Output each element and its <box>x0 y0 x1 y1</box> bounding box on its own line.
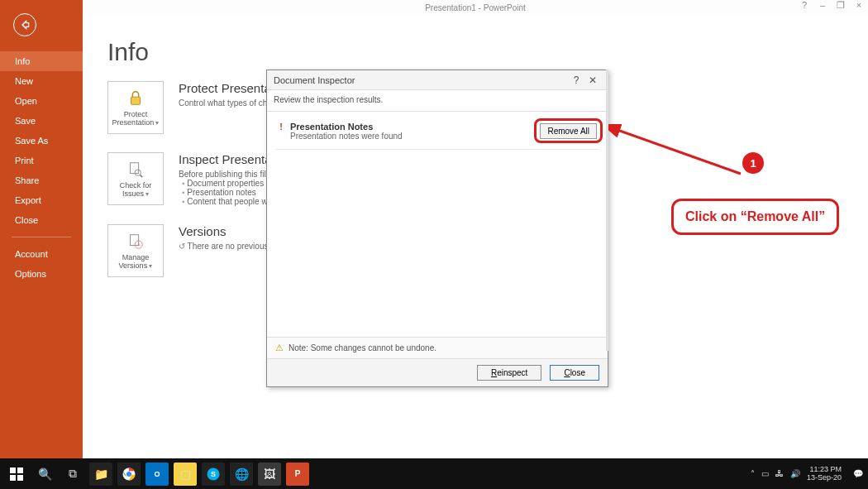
edge-icon[interactable]: 🌐 <box>230 463 253 486</box>
powerpoint-icon[interactable]: P <box>286 463 309 486</box>
search-icon[interactable]: 🔍 <box>33 463 56 486</box>
sidebar-item-label: Info <box>15 56 30 66</box>
sidebar-item-new[interactable]: New <box>0 71 83 91</box>
volume-icon[interactable]: 🔊 <box>790 469 800 478</box>
card-label: Manage Versions <box>112 253 160 270</box>
sidebar-item-save-as[interactable]: Save As <box>0 131 83 151</box>
sidebar-item-print[interactable]: Print <box>0 151 83 170</box>
skype-icon[interactable]: S <box>202 463 225 486</box>
notifications-icon[interactable]: 💬 <box>853 469 863 478</box>
check-for-issues-button[interactable]: Check for Issues <box>107 152 164 205</box>
remove-all-button[interactable]: Remove All <box>540 123 597 139</box>
sidebar-item-label: Export <box>15 195 41 205</box>
backstage-sidebar: Info New Open Save Save As Print Share E… <box>0 0 83 458</box>
sidebar-item-save[interactable]: Save <box>0 111 83 131</box>
dialog-title: Document Inspector <box>274 75 355 85</box>
close-window-button[interactable]: × <box>853 0 865 11</box>
lock-icon <box>126 89 145 108</box>
alert-icon: ! <box>275 122 287 132</box>
sidebar-item-share[interactable]: Share <box>0 170 83 190</box>
task-view-icon[interactable]: ⧉ <box>61 463 84 486</box>
app-titlebar: Presentation1 - PowerPoint ? – ❐ × <box>83 0 868 15</box>
svg-text:S: S <box>211 470 216 478</box>
sidebar-item-close[interactable]: Close <box>0 210 83 230</box>
svg-rect-8 <box>17 467 23 473</box>
file-explorer-icon[interactable]: 📁 <box>89 463 112 486</box>
svg-rect-7 <box>10 467 16 473</box>
sidebar-item-label: New <box>15 76 33 86</box>
sidebar-item-label: Save <box>15 116 36 126</box>
dialog-body: ! Presentation Notes Presentation notes … <box>267 112 608 337</box>
svg-rect-9 <box>10 475 16 481</box>
remove-all-callout: Remove All <box>534 118 603 143</box>
windows-taskbar: 🔍 ⧉ 📁 O ▢ S 🌐 🖼 P ˄ ▭ 🖧 🔊 11:23 PM 13-Se… <box>0 458 868 489</box>
sidebar-item-label: Account <box>15 249 48 259</box>
back-button[interactable] <box>13 13 36 36</box>
document-search-icon <box>126 161 145 179</box>
photos-icon[interactable]: 🖼 <box>258 463 281 486</box>
outlook-icon[interactable]: O <box>145 463 169 486</box>
tray-up-icon[interactable]: ˄ <box>751 469 755 478</box>
manage-versions-button[interactable]: Manage Versions <box>107 224 164 277</box>
sidebar-item-open[interactable]: Open <box>0 91 83 111</box>
start-button[interactable] <box>5 463 28 486</box>
reinspect-button[interactable]: Reinspect <box>477 365 541 381</box>
sidebar-item-label: Save As <box>15 136 48 146</box>
warning-icon: ⚠ <box>275 343 284 353</box>
clock-date: 13-Sep-20 <box>807 474 842 482</box>
dialog-close-x[interactable]: ✕ <box>584 74 601 86</box>
sidebar-item-label: Open <box>15 96 37 106</box>
sidebar-item-export[interactable]: Export <box>0 190 83 210</box>
help-icon[interactable]: ? <box>799 0 810 11</box>
page-title: Info <box>107 38 843 66</box>
sidebar-divider <box>12 237 71 237</box>
svg-rect-4 <box>131 234 139 245</box>
document-history-icon <box>126 233 145 251</box>
dialog-close-button[interactable]: Close <box>550 365 599 381</box>
document-inspector-dialog: Document Inspector ? ✕ Review the inspec… <box>266 70 608 387</box>
dialog-footer: Reinspect Close <box>267 358 608 386</box>
svg-line-3 <box>141 175 143 177</box>
chrome-icon[interactable] <box>117 463 141 486</box>
svg-point-12 <box>126 472 131 477</box>
sidebar-item-label: Options <box>15 269 46 279</box>
svg-rect-0 <box>131 97 141 104</box>
battery-icon[interactable]: ▭ <box>761 469 769 478</box>
sticky-notes-icon[interactable]: ▢ <box>174 463 197 486</box>
sidebar-item-label: Close <box>15 215 38 225</box>
card-label: Check for Issues <box>112 181 160 198</box>
minimize-button[interactable]: – <box>817 0 828 11</box>
svg-rect-1 <box>131 162 139 173</box>
protect-presentation-button[interactable]: Protect Presentation <box>107 81 164 134</box>
sidebar-item-account[interactable]: Account <box>0 244 83 264</box>
dialog-help-button[interactable]: ? <box>568 74 584 86</box>
svg-rect-10 <box>17 475 23 481</box>
inspection-result-row: ! Presentation Notes Presentation notes … <box>275 118 599 150</box>
sidebar-item-label: Share <box>15 175 39 185</box>
sidebar-item-info[interactable]: Info <box>0 51 83 71</box>
sidebar-item-label: Print <box>15 156 34 165</box>
dialog-titlebar: Document Inspector ? ✕ <box>267 70 608 90</box>
dialog-scrollbar[interactable] <box>606 70 608 351</box>
svg-point-2 <box>135 170 141 175</box>
card-label: Protect Presentation <box>112 110 160 127</box>
taskbar-clock[interactable]: 11:23 PM 13-Sep-20 <box>807 466 847 482</box>
app-title: Presentation1 - PowerPoint <box>425 3 526 12</box>
note-text: Note: Some changes cannot be undone. <box>289 343 436 352</box>
annotation-badge: 1 <box>742 152 764 174</box>
annotation-text: Click on “Remove All” <box>671 199 839 235</box>
sidebar-item-options[interactable]: Options <box>0 264 83 284</box>
dialog-subtitle: Review the inspection results. <box>267 90 608 112</box>
network-icon[interactable]: 🖧 <box>775 469 784 478</box>
restore-button[interactable]: ❐ <box>835 0 847 11</box>
dialog-note: ⚠ Note: Some changes cannot be undone. <box>267 337 608 358</box>
